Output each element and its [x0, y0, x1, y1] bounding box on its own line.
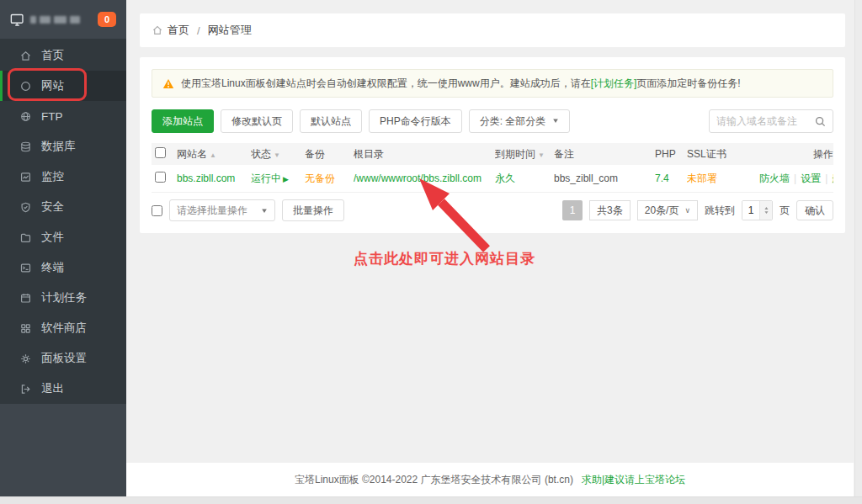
- confirm-button[interactable]: 确认: [796, 200, 833, 220]
- select-all-checkbox[interactable]: [155, 147, 166, 158]
- stepper-arrows[interactable]: ▲▼: [759, 201, 772, 220]
- php-cli-version-button[interactable]: PHP命令行版本: [369, 109, 462, 133]
- sites-table: 网站名▲ 状态▼ 备份 根目录 到期时间▼ 备注 PHP SSL证书 操作 bb…: [152, 143, 833, 193]
- logo-bar: 0: [0, 0, 126, 39]
- sidebar-item-label: 终端: [41, 260, 64, 275]
- add-site-button[interactable]: 添加站点: [152, 109, 214, 133]
- search-icon[interactable]: [815, 116, 826, 127]
- copyright-text: 宝塔Linux面板 ©2014-2022 广东堡塔安全技术有限公司 (bt.cn…: [295, 473, 573, 487]
- monitor-logo-icon: [10, 13, 24, 27]
- sidebar-item-files[interactable]: 文件: [0, 222, 126, 252]
- gear-icon: [19, 353, 32, 365]
- category-filter-dropdown[interactable]: 分类: 全部分类 ▼: [469, 109, 571, 133]
- window-edge-right: [854, 0, 862, 504]
- message-count-badge[interactable]: 0: [98, 12, 116, 27]
- page-size-dropdown[interactable]: 20条/页 ∨: [637, 200, 698, 220]
- sidebar-item-label: 监控: [41, 169, 64, 184]
- window-edge-bottom: [0, 496, 862, 504]
- running-play-icon: ▶: [283, 175, 289, 183]
- backup-status-link[interactable]: 无备份: [305, 172, 354, 186]
- php-version-link[interactable]: 7.4: [655, 172, 687, 184]
- delete-link[interactable]: 删除: [832, 172, 833, 184]
- bulk-actions-row: 请选择批量操作 ▼ 批量操作 1 共3条 20条/页 ∨ 跳转到 ▲▼: [152, 199, 833, 221]
- server-name-redacted: [30, 16, 80, 24]
- sidebar-menu: 首页 网站 FTP 数据库 监控 安全: [0, 39, 126, 404]
- site-search-box: [709, 109, 833, 133]
- sidebar-item-security[interactable]: 安全: [0, 192, 126, 222]
- jump-label: 跳转到: [705, 204, 735, 218]
- ssl-status-link[interactable]: 未部署: [687, 172, 759, 186]
- search-input[interactable]: [716, 115, 815, 127]
- sidebar-item-terminal[interactable]: 终端: [0, 252, 126, 283]
- breadcrumb-separator: /: [197, 24, 200, 37]
- sidebar-item-cron[interactable]: 计划任务: [0, 283, 126, 313]
- baota-panel-window: 0 首页 网站 FTP 数据库 监控: [0, 0, 862, 504]
- table-row: bbs.zibll.com 运行中▶ 无备份 /www/wwwroot/bbs.…: [152, 165, 833, 193]
- folder-icon: [19, 231, 32, 244]
- sidebar-item-settings[interactable]: 面板设置: [0, 343, 126, 374]
- monitor-chart-icon: [19, 171, 32, 183]
- current-page-button[interactable]: 1: [562, 200, 583, 220]
- breadcrumb-home-link[interactable]: 首页: [168, 23, 189, 38]
- warning-text: 使用宝塔Linux面板创建站点时会自动创建权限配置，统一使用www用户。建站成功…: [181, 77, 741, 91]
- modify-default-page-button[interactable]: 修改默认页: [221, 109, 293, 133]
- forum-link[interactable]: 求助|建议请上宝塔论坛: [582, 473, 685, 487]
- sort-desc-icon[interactable]: ▼: [274, 151, 280, 159]
- sidebar-item-appstore[interactable]: 软件商店: [0, 313, 126, 343]
- firewall-link[interactable]: 防火墙: [759, 172, 790, 184]
- sidebar-item-label: 首页: [41, 48, 64, 63]
- ftp-globe-icon: [19, 110, 32, 123]
- sidebar-item-database[interactable]: 数据库: [0, 131, 126, 162]
- sidebar-item-label: 网站: [41, 78, 64, 93]
- sidebar-item-label: 计划任务: [41, 290, 87, 305]
- shield-icon: [19, 201, 32, 214]
- total-count: 共3条: [589, 200, 631, 220]
- sidebar-item-label: 安全: [41, 199, 64, 215]
- stepper-down-icon: ▼: [764, 210, 769, 215]
- sidebar-item-label: 数据库: [41, 139, 76, 154]
- annotation-text: 点击此处即可进入网站目录: [354, 249, 535, 268]
- website-icon: [19, 80, 32, 93]
- logout-icon: [19, 383, 32, 395]
- jump-page-stepper: ▲▼: [742, 200, 773, 220]
- jump-page-input[interactable]: [742, 201, 759, 220]
- site-manager-card: 使用宝塔Linux面板创建站点时会自动创建权限配置，统一使用www用户。建站成功…: [140, 57, 845, 233]
- toolbar: 添加站点 修改默认页 默认站点 PHP命令行版本 分类: 全部分类 ▼: [152, 109, 833, 133]
- pagination: 1 共3条 20条/页 ∨ 跳转到 ▲▼ 页 确认: [562, 200, 833, 220]
- warning-banner: 使用宝塔Linux面板创建站点时会自动创建权限配置，统一使用www用户。建站成功…: [152, 69, 833, 98]
- sidebar-item-monitor[interactable]: 监控: [0, 162, 126, 192]
- page-title: 网站管理: [208, 23, 252, 38]
- sort-desc-icon[interactable]: ▼: [538, 151, 545, 159]
- sidebar-item-label: 软件商店: [41, 321, 87, 336]
- sidebar-item-website[interactable]: 网站: [0, 71, 126, 101]
- row-checkbox[interactable]: [155, 172, 166, 183]
- calendar-icon: [19, 292, 32, 305]
- breadcrumb: 首页 / 网站管理: [140, 13, 845, 47]
- sidebar-item-logout[interactable]: 退出: [0, 374, 126, 404]
- sidebar-item-ftp[interactable]: FTP: [0, 101, 126, 131]
- expire-time-link[interactable]: 永久: [495, 172, 554, 186]
- sidebar-item-label: 退出: [41, 381, 64, 396]
- site-status[interactable]: 运行中▶: [251, 172, 305, 186]
- sidebar-item-label: 文件: [41, 230, 64, 245]
- site-name-link[interactable]: bbs.zibll.com: [177, 172, 251, 184]
- database-icon: [19, 141, 32, 153]
- root-path-link[interactable]: /www/wwwroot/bbs.zibll.com: [354, 172, 495, 184]
- default-site-button[interactable]: 默认站点: [300, 109, 362, 133]
- sidebar: 0 首页 网站 FTP 数据库 监控: [0, 0, 126, 496]
- bulk-apply-button[interactable]: 批量操作: [282, 199, 344, 221]
- row-operations: 防火墙|设置|删除: [759, 172, 833, 186]
- bulk-select-checkbox[interactable]: [152, 205, 162, 216]
- sort-asc-icon[interactable]: ▲: [210, 151, 216, 159]
- settings-link[interactable]: 设置: [801, 172, 821, 184]
- site-note[interactable]: bbs_zibll_com: [554, 172, 655, 184]
- bulk-action-dropdown[interactable]: 请选择批量操作 ▼: [169, 199, 275, 221]
- chevron-down-icon: ∨: [684, 206, 690, 215]
- page-unit-label: 页: [780, 204, 790, 218]
- footer: 宝塔Linux面板 ©2014-2022 广东堡塔安全技术有限公司 (bt.cn…: [126, 463, 854, 496]
- cron-page-link[interactable]: [计划任务]: [591, 77, 637, 89]
- sidebar-item-home[interactable]: 首页: [0, 40, 126, 71]
- home-icon: [19, 50, 32, 62]
- warning-icon: [162, 78, 174, 89]
- caret-down-icon: ▼: [552, 110, 561, 132]
